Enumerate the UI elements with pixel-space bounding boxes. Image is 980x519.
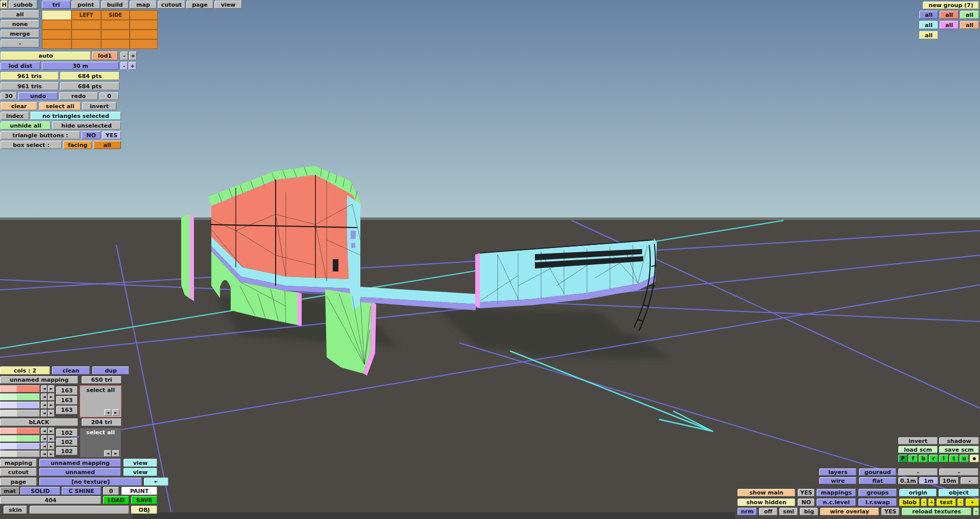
view-key-r[interactable]: r bbox=[929, 455, 938, 462]
mapping2-select-all-label[interactable]: select all bbox=[80, 430, 121, 435]
cols-button[interactable]: cols : 2 bbox=[0, 366, 50, 375]
stepper-left-icon[interactable]: ◄ bbox=[41, 402, 47, 409]
grid-dash-button[interactable]: - bbox=[961, 477, 978, 484]
stepper-right-icon[interactable]: ► bbox=[48, 443, 55, 450]
stepper-right-icon[interactable]: ► bbox=[48, 435, 55, 442]
text-minus-button[interactable]: - bbox=[958, 499, 964, 506]
stepper-left-icon[interactable]: ◄ bbox=[41, 393, 47, 401]
hide-unselected-button[interactable]: hide unselected bbox=[52, 121, 121, 130]
subob-grid-cell[interactable] bbox=[101, 39, 130, 49]
group-all-purple[interactable]: all bbox=[919, 11, 938, 19]
page-row-value[interactable]: [no texture] bbox=[39, 478, 142, 486]
mat-paint-button[interactable]: PAINT bbox=[121, 487, 157, 495]
shadow-button[interactable]: shadow bbox=[939, 437, 979, 444]
text-plus-button[interactable]: + bbox=[966, 499, 979, 506]
layers-dash-button[interactable]: - bbox=[939, 468, 978, 476]
lod-plus-button[interactable]: + bbox=[129, 52, 137, 60]
group-all-pink[interactable]: all bbox=[940, 21, 959, 29]
show-hidden-button[interactable]: show hidden bbox=[738, 499, 795, 506]
menu-item-tri[interactable]: tri bbox=[42, 1, 70, 9]
box-select-facing[interactable]: facing bbox=[63, 141, 92, 149]
group-all-yellow[interactable]: all bbox=[919, 31, 938, 39]
mapping1-name[interactable]: unnamed mapping bbox=[0, 376, 78, 384]
mapping2-slider-blue[interactable] bbox=[0, 443, 40, 450]
mapping2-value[interactable]: 102 bbox=[56, 447, 78, 455]
subob-none-button[interactable]: none bbox=[1, 20, 39, 28]
undo-button[interactable]: undo bbox=[18, 92, 58, 100]
blob-minus-button[interactable]: - bbox=[921, 499, 927, 506]
page-row-label[interactable]: page bbox=[0, 478, 37, 486]
view-key-u[interactable]: u bbox=[960, 455, 969, 462]
save-button[interactable]: SAVE bbox=[131, 496, 157, 504]
stepper-right-icon[interactable]: ► bbox=[48, 393, 55, 401]
stepper-right-icon[interactable]: ► bbox=[112, 450, 119, 457]
menu-h-button[interactable]: H bbox=[1, 1, 8, 9]
subob-merge-button[interactable]: merge bbox=[1, 30, 39, 38]
mapping2-value[interactable]: 102 bbox=[56, 438, 78, 446]
group-all-green[interactable]: all bbox=[960, 11, 979, 19]
load-scm-button[interactable]: load scm bbox=[898, 446, 938, 453]
subob-grid-cell[interactable] bbox=[42, 30, 71, 39]
skin-value[interactable] bbox=[30, 506, 129, 514]
cutout-row-label[interactable]: cutout bbox=[0, 468, 37, 476]
new-group-button[interactable]: new group (7) bbox=[923, 2, 979, 9]
subob-grid-cell[interactable] bbox=[130, 10, 158, 20]
file-number[interactable]: 404 bbox=[0, 496, 101, 504]
mapping2-value[interactable]: 102 bbox=[56, 429, 78, 437]
mapping2-slider-red[interactable] bbox=[0, 428, 40, 434]
box-select-all[interactable]: all bbox=[93, 141, 121, 149]
lr-swap-button[interactable]: l.r.swap bbox=[859, 499, 897, 506]
view-key-l[interactable]: l bbox=[939, 455, 948, 462]
subob-grid-cell[interactable] bbox=[101, 20, 130, 30]
stepper-left-icon[interactable]: ◄ bbox=[41, 435, 47, 442]
menu-item-subob[interactable]: subob bbox=[9, 1, 37, 9]
view-key-p[interactable]: P bbox=[898, 455, 908, 462]
cutout-row-value[interactable]: unnamed bbox=[39, 468, 121, 476]
load-button[interactable]: LOAD bbox=[103, 496, 129, 504]
cutout-view-button[interactable]: view bbox=[124, 468, 157, 476]
stepper-left-icon[interactable]: ◄ bbox=[104, 409, 111, 416]
dup-button[interactable]: dup bbox=[92, 366, 129, 375]
triangle-buttons-yes[interactable]: YES bbox=[102, 131, 121, 139]
stepper-right-icon[interactable]: ► bbox=[48, 410, 55, 417]
mapping2-slider-gray[interactable] bbox=[0, 451, 40, 457]
show-main-yes[interactable]: YES bbox=[798, 489, 815, 497]
mapping1-select-all-label[interactable]: select all bbox=[80, 387, 121, 393]
mapping1-select-all-box[interactable]: select all ◄ ► bbox=[80, 385, 121, 417]
stepper-left-icon[interactable]: ◄ bbox=[41, 410, 47, 417]
stepper-right-icon[interactable]: ► bbox=[112, 409, 119, 416]
mapping-row-label[interactable]: mapping bbox=[0, 459, 37, 467]
nrm-button[interactable]: nrm bbox=[738, 508, 757, 515]
grid-01m-button[interactable]: 0.1m bbox=[898, 477, 918, 484]
text-button[interactable]: text bbox=[937, 499, 956, 506]
save-scm-button[interactable]: save scm bbox=[939, 446, 979, 453]
group-all-salmon[interactable]: all bbox=[940, 11, 959, 19]
mapping1-slider-red[interactable] bbox=[0, 385, 40, 392]
clear-button[interactable]: clear bbox=[1, 102, 37, 110]
stepper-left-icon[interactable]: ◄ bbox=[41, 385, 47, 392]
invert-button[interactable]: invert bbox=[82, 102, 116, 110]
subob-grid-cell[interactable] bbox=[130, 39, 158, 49]
stepper-right-icon[interactable]: ► bbox=[48, 385, 55, 392]
groups-button[interactable]: groups bbox=[859, 489, 897, 497]
show-main-button[interactable]: show main bbox=[738, 489, 795, 497]
menu-item-page[interactable]: page bbox=[186, 1, 213, 9]
lod-dist-value[interactable]: 30 m bbox=[42, 62, 119, 70]
subob-grid-cell[interactable] bbox=[130, 30, 158, 39]
subob-grid-cell[interactable] bbox=[130, 20, 158, 30]
nc-level-button[interactable]: n.c.level bbox=[817, 499, 856, 506]
lod-dist-plus-button[interactable]: + bbox=[129, 62, 136, 70]
mapping1-value[interactable]: 163 bbox=[56, 396, 78, 405]
stepper-left-icon[interactable]: ◄ bbox=[41, 428, 47, 434]
triangle-buttons-no[interactable]: NO bbox=[82, 131, 101, 139]
mapping1-value[interactable]: 163 bbox=[56, 386, 78, 395]
subob-all-button[interactable]: all bbox=[1, 10, 39, 18]
redo-button[interactable]: redo bbox=[59, 92, 98, 100]
subob-grid-cell-left[interactable]: LEFT bbox=[71, 10, 101, 20]
grid-10m-button[interactable]: 10m bbox=[940, 477, 959, 484]
flat-button[interactable]: flat bbox=[859, 477, 896, 484]
lod-dist-minus-button[interactable]: - bbox=[120, 62, 128, 70]
select-all-button[interactable]: select all bbox=[39, 102, 81, 110]
subob-grid-cell[interactable] bbox=[71, 39, 101, 49]
mat-solid-button[interactable]: SOLID bbox=[20, 487, 60, 495]
